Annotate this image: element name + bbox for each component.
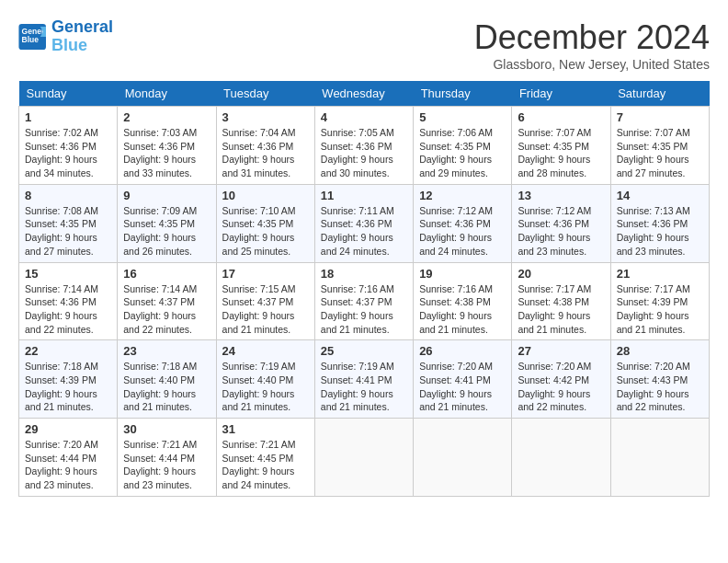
calendar-cell [610, 419, 709, 497]
calendar-cell: 22 Sunrise: 7:18 AM Sunset: 4:39 PM Dayl… [19, 340, 118, 419]
day-number: 19 [419, 267, 506, 281]
calendar-cell: 29 Sunrise: 7:20 AM Sunset: 4:44 PM Dayl… [19, 419, 118, 497]
day-info: Sunrise: 7:04 AM Sunset: 4:36 PM Dayligh… [222, 126, 309, 180]
day-number: 24 [222, 344, 309, 358]
day-info: Sunrise: 7:14 AM Sunset: 4:36 PM Dayligh… [25, 282, 111, 337]
day-info: Sunrise: 7:07 AM Sunset: 4:35 PM Dayligh… [617, 126, 703, 180]
calendar-cell [512, 419, 610, 497]
day-info: Sunrise: 7:20 AM Sunset: 4:42 PM Dayligh… [518, 360, 604, 414]
day-number: 16 [123, 267, 210, 281]
calendar-cell: 26 Sunrise: 7:20 AM Sunset: 4:41 PM Dayl… [414, 340, 512, 419]
column-header-sunday: Sunday [19, 81, 118, 107]
calendar-cell: 3 Sunrise: 7:04 AM Sunset: 4:36 PM Dayli… [216, 107, 314, 185]
day-info: Sunrise: 7:20 AM Sunset: 4:41 PM Dayligh… [419, 360, 506, 414]
calendar-header-row: SundayMondayTuesdayWednesdayThursdayFrid… [19, 81, 710, 107]
column-header-thursday: Thursday [414, 81, 512, 107]
column-header-saturday: Saturday [610, 81, 709, 107]
day-number: 14 [617, 189, 703, 202]
title-block: December 2024 Glassboro, New Jersey, Uni… [474, 18, 710, 72]
calendar-cell: 25 Sunrise: 7:19 AM Sunset: 4:41 PM Dayl… [314, 340, 413, 419]
logo-subtext: Blue [51, 37, 113, 55]
day-info: Sunrise: 7:07 AM Sunset: 4:35 PM Dayligh… [518, 126, 604, 180]
calendar-cell: 19 Sunrise: 7:16 AM Sunset: 4:38 PM Dayl… [414, 262, 512, 340]
day-number: 7 [617, 110, 703, 124]
calendar-cell: 10 Sunrise: 7:10 AM Sunset: 4:35 PM Dayl… [216, 184, 314, 262]
day-info: Sunrise: 7:17 AM Sunset: 4:38 PM Dayligh… [518, 282, 604, 337]
day-number: 21 [617, 267, 703, 281]
day-number: 6 [518, 110, 604, 124]
day-info: Sunrise: 7:20 AM Sunset: 4:43 PM Dayligh… [617, 360, 703, 414]
day-number: 9 [123, 189, 210, 202]
column-header-wednesday: Wednesday [314, 81, 413, 107]
day-info: Sunrise: 7:11 AM Sunset: 4:36 PM Dayligh… [321, 204, 407, 259]
day-info: Sunrise: 7:19 AM Sunset: 4:40 PM Dayligh… [222, 360, 309, 414]
calendar-cell: 14 Sunrise: 7:13 AM Sunset: 4:36 PM Dayl… [610, 184, 709, 262]
calendar-week-1: 1 Sunrise: 7:02 AM Sunset: 4:36 PM Dayli… [19, 107, 710, 185]
calendar-cell: 8 Sunrise: 7:08 AM Sunset: 4:35 PM Dayli… [19, 184, 118, 262]
svg-text:Blue: Blue [22, 35, 40, 44]
day-info: Sunrise: 7:21 AM Sunset: 4:44 PM Dayligh… [123, 438, 210, 492]
day-info: Sunrise: 7:18 AM Sunset: 4:40 PM Dayligh… [123, 360, 210, 414]
day-number: 29 [25, 422, 111, 436]
day-info: Sunrise: 7:09 AM Sunset: 4:35 PM Dayligh… [123, 204, 210, 259]
day-info: Sunrise: 7:18 AM Sunset: 4:39 PM Dayligh… [25, 360, 111, 414]
calendar-cell: 6 Sunrise: 7:07 AM Sunset: 4:35 PM Dayli… [512, 107, 610, 185]
calendar-cell: 9 Sunrise: 7:09 AM Sunset: 4:35 PM Dayli… [118, 184, 216, 262]
day-number: 27 [518, 344, 604, 358]
calendar-cell: 18 Sunrise: 7:16 AM Sunset: 4:37 PM Dayl… [314, 262, 413, 340]
calendar-cell: 11 Sunrise: 7:11 AM Sunset: 4:36 PM Dayl… [314, 184, 413, 262]
day-number: 3 [222, 110, 309, 124]
calendar-week-2: 8 Sunrise: 7:08 AM Sunset: 4:35 PM Dayli… [19, 184, 710, 262]
day-info: Sunrise: 7:14 AM Sunset: 4:37 PM Dayligh… [123, 282, 210, 337]
day-number: 1 [25, 110, 111, 124]
calendar-cell: 31 Sunrise: 7:21 AM Sunset: 4:45 PM Dayl… [216, 419, 314, 497]
day-number: 4 [321, 110, 407, 124]
calendar-cell: 15 Sunrise: 7:14 AM Sunset: 4:36 PM Dayl… [19, 262, 118, 340]
calendar-cell: 2 Sunrise: 7:03 AM Sunset: 4:36 PM Dayli… [118, 107, 216, 185]
day-number: 18 [321, 267, 407, 281]
day-number: 23 [123, 344, 210, 358]
day-info: Sunrise: 7:16 AM Sunset: 4:38 PM Dayligh… [419, 282, 506, 337]
calendar-cell: 17 Sunrise: 7:15 AM Sunset: 4:37 PM Dayl… [216, 262, 314, 340]
day-number: 8 [25, 189, 111, 202]
calendar-table: SundayMondayTuesdayWednesdayThursdayFrid… [18, 81, 710, 497]
day-number: 26 [419, 344, 506, 358]
calendar-cell: 21 Sunrise: 7:17 AM Sunset: 4:39 PM Dayl… [610, 262, 709, 340]
calendar-cell [314, 419, 413, 497]
day-number: 17 [222, 267, 309, 281]
calendar-cell: 27 Sunrise: 7:20 AM Sunset: 4:42 PM Dayl… [512, 340, 610, 419]
day-info: Sunrise: 7:12 AM Sunset: 4:36 PM Dayligh… [419, 204, 506, 259]
calendar-cell: 16 Sunrise: 7:14 AM Sunset: 4:37 PM Dayl… [118, 262, 216, 340]
calendar-cell: 24 Sunrise: 7:19 AM Sunset: 4:40 PM Dayl… [216, 340, 314, 419]
logo-icon: General Blue [18, 24, 48, 50]
day-number: 10 [222, 189, 309, 202]
day-info: Sunrise: 7:10 AM Sunset: 4:35 PM Dayligh… [222, 204, 309, 259]
day-number: 13 [518, 189, 604, 202]
logo-text: General [51, 18, 113, 37]
calendar-cell: 20 Sunrise: 7:17 AM Sunset: 4:38 PM Dayl… [512, 262, 610, 340]
day-info: Sunrise: 7:02 AM Sunset: 4:36 PM Dayligh… [25, 126, 111, 180]
day-number: 12 [419, 189, 506, 202]
calendar-cell: 12 Sunrise: 7:12 AM Sunset: 4:36 PM Dayl… [414, 184, 512, 262]
day-info: Sunrise: 7:03 AM Sunset: 4:36 PM Dayligh… [123, 126, 210, 180]
column-header-tuesday: Tuesday [216, 81, 314, 107]
day-number: 2 [123, 110, 210, 124]
day-info: Sunrise: 7:16 AM Sunset: 4:37 PM Dayligh… [321, 282, 407, 337]
day-number: 22 [25, 344, 111, 358]
day-number: 30 [123, 422, 210, 436]
day-info: Sunrise: 7:05 AM Sunset: 4:36 PM Dayligh… [321, 126, 407, 180]
day-info: Sunrise: 7:20 AM Sunset: 4:44 PM Dayligh… [25, 438, 111, 492]
day-info: Sunrise: 7:08 AM Sunset: 4:35 PM Dayligh… [25, 204, 111, 259]
calendar-cell: 30 Sunrise: 7:21 AM Sunset: 4:44 PM Dayl… [118, 419, 216, 497]
calendar-cell: 13 Sunrise: 7:12 AM Sunset: 4:36 PM Dayl… [512, 184, 610, 262]
day-number: 11 [321, 189, 407, 202]
calendar-cell: 7 Sunrise: 7:07 AM Sunset: 4:35 PM Dayli… [610, 107, 709, 185]
calendar-cell: 23 Sunrise: 7:18 AM Sunset: 4:40 PM Dayl… [118, 340, 216, 419]
day-info: Sunrise: 7:21 AM Sunset: 4:45 PM Dayligh… [222, 438, 309, 492]
page-header: General Blue General Blue December 2024 … [18, 18, 710, 72]
calendar-week-4: 22 Sunrise: 7:18 AM Sunset: 4:39 PM Dayl… [19, 340, 710, 419]
calendar-cell: 5 Sunrise: 7:06 AM Sunset: 4:35 PM Dayli… [414, 107, 512, 185]
day-number: 5 [419, 110, 506, 124]
day-number: 28 [617, 344, 703, 358]
calendar-week-5: 29 Sunrise: 7:20 AM Sunset: 4:44 PM Dayl… [19, 419, 710, 497]
